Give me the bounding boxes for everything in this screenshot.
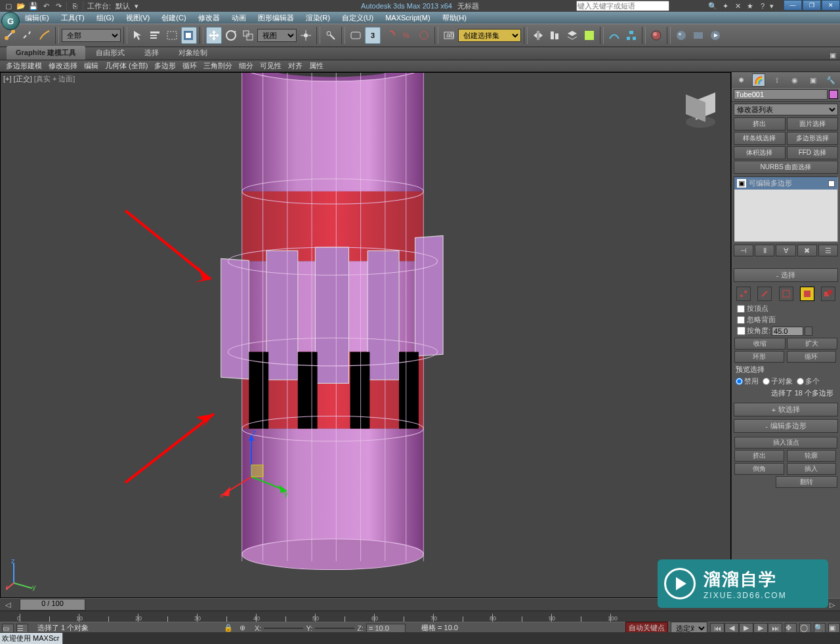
viewcube[interactable]	[686, 96, 725, 136]
rectangular-region-icon[interactable]	[164, 27, 180, 44]
menu-animation[interactable]: 动画	[226, 12, 251, 24]
tab-motion-icon[interactable]: ◉	[788, 73, 801, 87]
select-and-rotate-icon[interactable]	[223, 27, 239, 44]
object-color-swatch[interactable]	[829, 90, 838, 99]
select-and-move-icon[interactable]	[206, 27, 222, 44]
stack-configure-icon[interactable]: ☰	[818, 245, 838, 256]
named-selection-select[interactable]: 创建选择集	[458, 29, 521, 42]
status-min-icon[interactable]: ▭	[2, 624, 14, 633]
stack-delete-icon[interactable]: ✖	[797, 245, 817, 256]
menu-tools[interactable]: 工具(T)	[56, 12, 90, 24]
unlink-icon[interactable]	[20, 27, 35, 44]
ring-button[interactable]: 环形	[734, 351, 784, 363]
use-pivot-icon[interactable]	[298, 27, 314, 44]
spinner-icon[interactable]	[805, 327, 812, 336]
layer-manager-icon[interactable]	[564, 27, 580, 44]
r2-loops[interactable]: 循环	[179, 60, 200, 72]
select-and-scale-icon[interactable]	[240, 27, 256, 44]
r2-modsel[interactable]: 修改选择	[45, 60, 81, 72]
menu-maxscript[interactable]: MAXScript(M)	[380, 12, 435, 23]
favorites-icon[interactable]: ★	[744, 1, 756, 11]
menu-group[interactable]: 组(G)	[91, 12, 119, 24]
mod-facesel[interactable]: 面片选择	[787, 117, 839, 131]
menu-rendering[interactable]: 渲染(R)	[301, 12, 335, 24]
reference-coord-select[interactable]: 视图	[257, 29, 297, 42]
menu-grapheditors[interactable]: 图形编辑器	[253, 12, 299, 24]
select-by-name-icon[interactable]	[147, 27, 163, 44]
tab-create-icon[interactable]: ✸	[734, 73, 747, 87]
mod-splinesel[interactable]: 样条线选择	[734, 132, 786, 145]
by-vertex-checkbox[interactable]	[737, 305, 745, 313]
subobj-edge-icon[interactable]	[757, 287, 772, 301]
coord-x-input[interactable]	[264, 628, 303, 629]
r2-polymodel[interactable]: 多边形建模	[3, 60, 45, 72]
time-slider-thumb[interactable]: 0 / 100	[20, 599, 85, 611]
bevel-button[interactable]: 倒角	[734, 463, 784, 475]
viewport[interactable]: [+] [正交] [真实 + 边面] z y x	[0, 72, 731, 598]
application-button[interactable]: G	[1, 12, 20, 30]
r2-edit[interactable]: 编辑	[81, 60, 102, 72]
flip-button[interactable]: 翻转	[776, 476, 837, 488]
by-angle-value-input[interactable]	[772, 327, 803, 336]
minimize-button[interactable]: —	[784, 0, 802, 10]
tab-display-icon[interactable]: ▣	[807, 73, 820, 87]
tab-utilities-icon[interactable]: 🔧	[824, 73, 837, 87]
absolute-mode-icon[interactable]: ⊕	[240, 624, 245, 632]
r2-align[interactable]: 对齐	[285, 60, 306, 72]
stack-unique-icon[interactable]: ∀	[776, 245, 795, 256]
menu-edit[interactable]: 编辑(E)	[20, 12, 54, 24]
r2-vis[interactable]: 可见性	[257, 60, 285, 72]
outline-button[interactable]: 轮廓	[787, 450, 837, 462]
graphite-toggle-icon[interactable]	[581, 27, 597, 44]
mod-extrude[interactable]: 挤出	[734, 117, 786, 131]
select-object-icon[interactable]	[130, 27, 146, 44]
rollout-editpoly-header[interactable]: -编辑多边形	[734, 419, 838, 433]
select-and-manipulate-icon[interactable]	[323, 27, 339, 44]
render-setup-icon[interactable]	[673, 27, 689, 44]
menu-customize[interactable]: 自定义(U)	[337, 12, 379, 24]
object-name-input[interactable]	[734, 89, 828, 100]
qat-open-icon[interactable]: 📂	[15, 1, 27, 11]
rollout-selection-header[interactable]: -选择	[734, 268, 838, 282]
qat-new-icon[interactable]: ▢	[3, 1, 14, 11]
ribbon-tab-graphite[interactable]: Graphite 建模工具	[7, 46, 85, 60]
close-button[interactable]: ✕	[822, 0, 840, 10]
coord-y-input[interactable]	[315, 628, 354, 629]
status-max-icon[interactable]: ☰	[16, 624, 28, 633]
insert-vertex-button[interactable]: 插入顶点	[734, 437, 837, 449]
window-crossing-icon[interactable]	[181, 27, 197, 44]
search-icon[interactable]: 🔍	[707, 1, 719, 11]
stack-item-editable-poly[interactable]: ▣可编辑多边形	[734, 177, 837, 190]
mod-nurbs[interactable]: NURBS 曲面选择	[734, 161, 838, 174]
r2-subdiv[interactable]: 细分	[236, 60, 257, 72]
modifier-list-select[interactable]: 修改器列表	[734, 104, 838, 115]
ribbon-expand-icon[interactable]: ▣	[826, 51, 840, 60]
r2-poly[interactable]: 多边形	[151, 60, 179, 72]
ribbon-tab-freeform[interactable]: 自由形式	[87, 46, 134, 60]
shrink-button[interactable]: 收缩	[734, 338, 786, 350]
r2-tri[interactable]: 三角剖分	[200, 60, 236, 72]
modifier-stack[interactable]: ▣可编辑多边形	[734, 176, 838, 242]
preview-disable-radio[interactable]	[736, 378, 743, 385]
keyboard-shortcut-override-icon[interactable]	[348, 27, 364, 44]
ribbon-tab-selection[interactable]: 选择	[135, 46, 168, 60]
help-icon[interactable]: ?	[757, 1, 768, 11]
workspace-name[interactable]: 默认	[114, 1, 132, 11]
qat-save-icon[interactable]: 💾	[28, 1, 39, 11]
preview-subobj-radio[interactable]	[763, 378, 770, 385]
workspace-dropdown-icon[interactable]: ▾	[133, 2, 140, 10]
stack-showend-icon[interactable]: Ⅱ	[755, 245, 774, 256]
listener-output[interactable]	[63, 633, 840, 644]
r2-geo[interactable]: 几何体 (全部)	[102, 60, 151, 72]
qat-redo-icon[interactable]: ↷	[52, 1, 64, 11]
stack-pin-icon[interactable]: ⊣	[734, 245, 753, 256]
ignore-backfacing-checkbox[interactable]	[737, 316, 745, 324]
help-dropdown-icon[interactable]: ▾	[769, 1, 774, 11]
r2-props[interactable]: 属性	[306, 60, 327, 72]
extrude-button[interactable]: 挤出	[734, 450, 784, 462]
rendered-frame-icon[interactable]	[690, 27, 706, 44]
menu-views[interactable]: 视图(V)	[121, 12, 156, 24]
menu-modifiers[interactable]: 修改器	[193, 12, 225, 24]
angle-snap-icon[interactable]	[382, 27, 398, 44]
exchange-icon[interactable]: ✕	[732, 1, 744, 11]
